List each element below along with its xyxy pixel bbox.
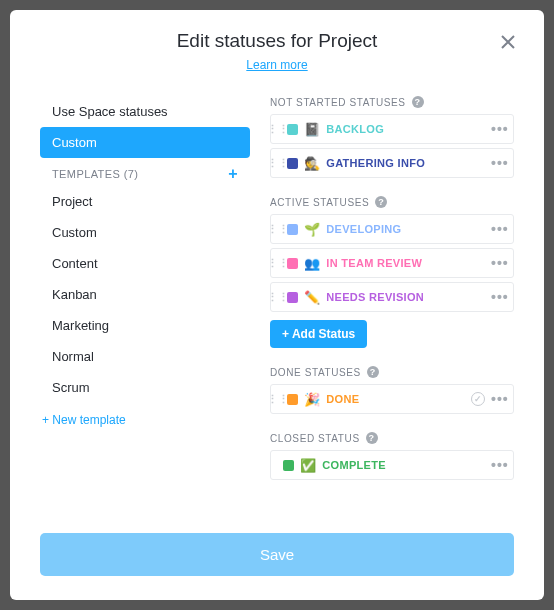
- right-panel: NOT STARTED STATUSES ? ⋮⋮ 📓 BACKLOG ••• …: [270, 96, 514, 533]
- template-item[interactable]: Custom: [40, 217, 250, 248]
- group-label-closed: CLOSED STATUS ?: [270, 432, 514, 444]
- status-label: IN TEAM REVIEW: [326, 257, 491, 269]
- status-emoji: ✏️: [304, 290, 320, 305]
- status-label: DEVELOPING: [326, 223, 491, 235]
- status-row[interactable]: ⋮⋮ 📓 BACKLOG •••: [270, 114, 514, 144]
- modal-body: Use Space statuses Custom TEMPLATES (7) …: [40, 96, 514, 533]
- more-icon[interactable]: •••: [491, 289, 513, 305]
- status-label: DONE: [326, 393, 471, 405]
- close-icon: [500, 34, 516, 50]
- drag-handle-icon[interactable]: ⋮⋮: [271, 249, 285, 277]
- use-space-statuses-option[interactable]: Use Space statuses: [40, 96, 250, 127]
- color-swatch[interactable]: [287, 394, 298, 405]
- more-icon[interactable]: •••: [491, 457, 513, 473]
- status-emoji: 📓: [304, 122, 320, 137]
- active-group: ACTIVE STATUSES ? ⋮⋮ 🌱 DEVELOPING ••• ⋮⋮…: [270, 196, 514, 348]
- check-circle-icon[interactable]: ✓: [471, 392, 485, 406]
- template-item[interactable]: Kanban: [40, 279, 250, 310]
- more-icon[interactable]: •••: [491, 221, 513, 237]
- more-icon[interactable]: •••: [491, 121, 513, 137]
- drag-handle-icon[interactable]: ⋮⋮: [271, 115, 285, 143]
- drag-handle-icon[interactable]: ⋮⋮: [271, 385, 285, 413]
- status-emoji: ✅: [300, 458, 316, 473]
- status-row[interactable]: ✅ COMPLETE •••: [270, 450, 514, 480]
- more-icon[interactable]: •••: [491, 155, 513, 171]
- template-item[interactable]: Scrum: [40, 372, 250, 403]
- learn-more-link[interactable]: Learn more: [246, 58, 307, 72]
- status-emoji: 🎉: [304, 392, 320, 407]
- save-button[interactable]: Save: [40, 533, 514, 576]
- color-swatch[interactable]: [283, 460, 294, 471]
- template-item[interactable]: Content: [40, 248, 250, 279]
- left-panel: Use Space statuses Custom TEMPLATES (7) …: [40, 96, 250, 533]
- group-label-done: DONE STATUSES ?: [270, 366, 514, 378]
- status-label: BACKLOG: [326, 123, 491, 135]
- template-item[interactable]: Normal: [40, 341, 250, 372]
- color-swatch[interactable]: [287, 124, 298, 135]
- help-icon[interactable]: ?: [412, 96, 424, 108]
- edit-statuses-modal: Edit statuses for Project Learn more Use…: [10, 10, 544, 600]
- drag-handle-icon[interactable]: ⋮⋮: [271, 215, 285, 243]
- color-swatch[interactable]: [287, 292, 298, 303]
- color-swatch[interactable]: [287, 258, 298, 269]
- status-row[interactable]: ⋮⋮ 👥 IN TEAM REVIEW •••: [270, 248, 514, 278]
- modal-header: Edit statuses for Project Learn more: [40, 30, 514, 72]
- help-icon[interactable]: ?: [375, 196, 387, 208]
- help-icon[interactable]: ?: [366, 432, 378, 444]
- status-row[interactable]: ⋮⋮ 🌱 DEVELOPING •••: [270, 214, 514, 244]
- drag-handle-icon[interactable]: ⋮⋮: [271, 283, 285, 311]
- close-button[interactable]: [496, 30, 520, 54]
- modal-title: Edit statuses for Project: [40, 30, 514, 52]
- templates-header: TEMPLATES (7) +: [40, 158, 250, 186]
- help-icon[interactable]: ?: [367, 366, 379, 378]
- custom-option[interactable]: Custom: [40, 127, 250, 158]
- color-swatch[interactable]: [287, 224, 298, 235]
- status-label: COMPLETE: [322, 459, 491, 471]
- new-template-button[interactable]: + New template: [40, 403, 250, 437]
- add-template-icon[interactable]: +: [228, 166, 238, 182]
- status-emoji: 🌱: [304, 222, 320, 237]
- closed-group: CLOSED STATUS ? ✅ COMPLETE •••: [270, 432, 514, 480]
- done-group: DONE STATUSES ? ⋮⋮ 🎉 DONE ✓ •••: [270, 366, 514, 414]
- status-row[interactable]: ⋮⋮ 🎉 DONE ✓ •••: [270, 384, 514, 414]
- status-row[interactable]: ⋮⋮ ✏️ NEEDS REVISION •••: [270, 282, 514, 312]
- status-row[interactable]: ⋮⋮ 🕵️ GATHERING INFO •••: [270, 148, 514, 178]
- template-item[interactable]: Project: [40, 186, 250, 217]
- group-label-not-started: NOT STARTED STATUSES ?: [270, 96, 514, 108]
- status-label: NEEDS REVISION: [326, 291, 491, 303]
- color-swatch[interactable]: [287, 158, 298, 169]
- not-started-group: NOT STARTED STATUSES ? ⋮⋮ 📓 BACKLOG ••• …: [270, 96, 514, 178]
- status-emoji: 🕵️: [304, 156, 320, 171]
- drag-handle-icon[interactable]: ⋮⋮: [271, 149, 285, 177]
- templates-header-label: TEMPLATES (7): [52, 168, 138, 180]
- status-label: GATHERING INFO: [326, 157, 491, 169]
- status-emoji: 👥: [304, 256, 320, 271]
- add-status-button[interactable]: + Add Status: [270, 320, 367, 348]
- template-item[interactable]: Marketing: [40, 310, 250, 341]
- group-label-active: ACTIVE STATUSES ?: [270, 196, 514, 208]
- more-icon[interactable]: •••: [491, 391, 513, 407]
- more-icon[interactable]: •••: [491, 255, 513, 271]
